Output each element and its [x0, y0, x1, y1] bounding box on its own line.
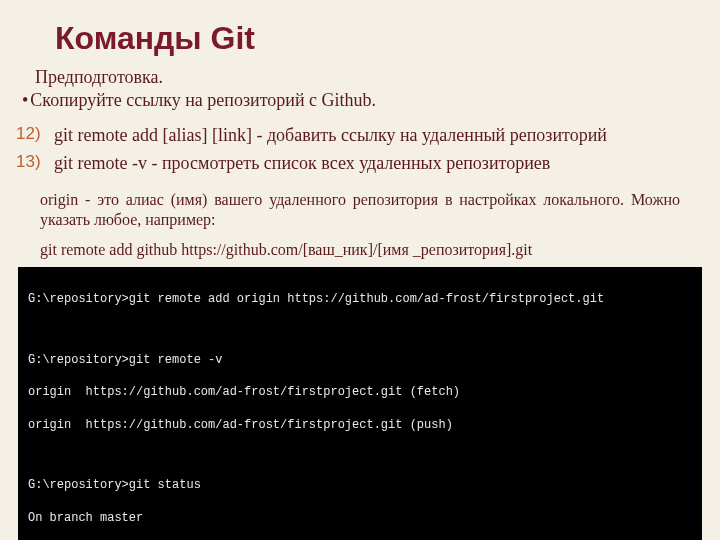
item-text: git remote add [alias] [link] - добавить… [48, 123, 690, 147]
terminal-line: G:\repository>git remote -v [28, 352, 692, 368]
prep-heading: Предподготовка. [35, 67, 720, 88]
terminal-line: origin https://github.com/ad-frost/first… [28, 417, 692, 433]
list-item: 13) git remote -v - просмотреть список в… [16, 151, 690, 175]
note-example: git remote add github https://github.com… [40, 241, 680, 259]
item-number: 12) [16, 123, 48, 147]
item-text: git remote -v - просмотреть список всех … [48, 151, 690, 175]
note-paragraph: origin - это алиас (имя) вашего удаленно… [40, 190, 680, 232]
item-number: 13) [16, 151, 48, 175]
terminal-line: G:\repository>git remote add origin http… [28, 291, 692, 307]
terminal-line: origin https://github.com/ad-frost/first… [28, 384, 692, 400]
slide-title: Команды Git [55, 20, 720, 57]
terminal-output: G:\repository>git remote add origin http… [18, 267, 702, 540]
terminal-line: G:\repository>git status [28, 477, 692, 493]
list-item: 12) git remote add [alias] [link] - доба… [16, 123, 690, 147]
terminal-line: On branch master [28, 510, 692, 526]
bullet-instruction: Скопируйте ссылку на репозиторий с Githu… [22, 90, 720, 111]
